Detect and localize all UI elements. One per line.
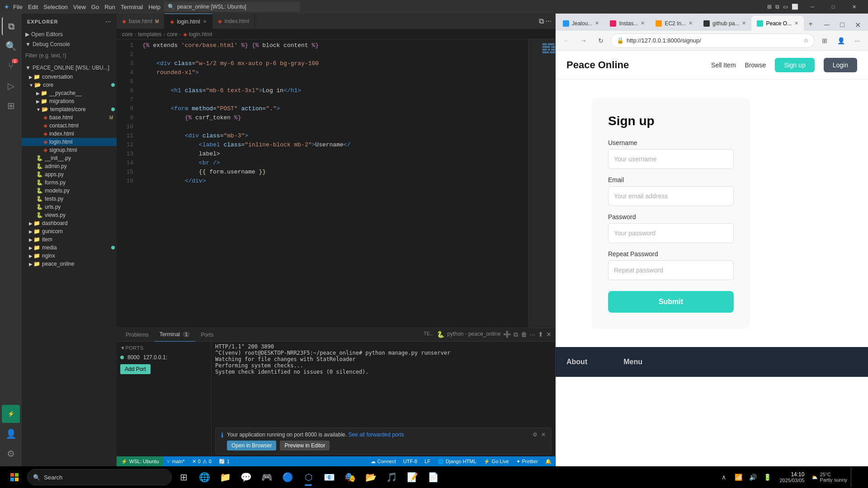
preview-in-editor-button[interactable]: Preview in Editor (280, 441, 330, 450)
profile-button[interactable]: 👤 (834, 33, 848, 48)
clock-display[interactable]: 14:10 2025/03/05 (776, 471, 808, 483)
weather-widget[interactable]: ⛅ 25°C Partly sunny (810, 472, 849, 483)
connect-button[interactable]: ☁ Connect (367, 456, 400, 466)
taskbar-notepad[interactable]: 📝 (402, 467, 422, 487)
address-bar[interactable]: 🔒 http://127.0.0.1:8000/signup/ ☆ (611, 33, 815, 48)
tree-item-gunicorn[interactable]: ▶ 📁 gunicorn (22, 227, 117, 235)
reload-button[interactable]: ↻ (594, 33, 608, 48)
tab-close-button[interactable]: ✕ (203, 19, 207, 24)
browser-tab-insta[interactable]: Instas... ✕ (604, 16, 650, 31)
terminal-output[interactable]: HTTP/1.1" 200 3890 ^C(venv) root@DESKTOP… (212, 342, 555, 426)
sidebar-more-button[interactable]: ··· (106, 19, 111, 24)
tree-item-login-html[interactable]: ◈ login.html (22, 138, 117, 146)
tree-item-contact-html[interactable]: ◈ contact.html (22, 122, 117, 130)
maximize-button[interactable]: □ (823, 0, 844, 14)
username-input[interactable] (608, 149, 734, 169)
star-icon[interactable]: ☆ (803, 37, 809, 44)
file-menu[interactable]: File (13, 4, 23, 10)
language-indicator[interactable]: 🌐 Django HTML (434, 456, 480, 466)
encoding-indicator[interactable]: UTF-8 (400, 456, 421, 466)
email-input[interactable] (608, 186, 734, 206)
notification-settings-icon[interactable]: ⚙ (533, 432, 538, 438)
new-tab-button[interactable]: + (804, 17, 817, 31)
tree-item-nginx[interactable]: ▶ 📁 nginx (22, 252, 117, 260)
explorer-activity-icon[interactable]: ⧉ (2, 17, 20, 35)
taskbar-search[interactable]: 🔍 Search (27, 469, 172, 485)
browser-close-button[interactable]: ✕ (851, 19, 864, 31)
close-button[interactable]: ✕ (844, 0, 864, 14)
tree-item-apps-py[interactable]: 🐍 apps.py (22, 170, 117, 178)
command-palette[interactable]: 🔍 peace_online [WSL: Ubuntu] (164, 2, 300, 12)
tree-item-models-py[interactable]: 🐍 models.py (22, 187, 117, 195)
taskbar-discord[interactable]: 🎭 (340, 467, 360, 487)
panel-close-icon[interactable]: ✕ (546, 331, 552, 338)
tab-close-button[interactable]: ✕ (742, 20, 746, 26)
wsl-indicator[interactable]: ⚡ WSL: Ubuntu (117, 456, 163, 466)
tree-item-admin-py[interactable]: 🐍 admin.py (22, 162, 117, 170)
browser-tab-peace[interactable]: Peace O... ✕ (751, 16, 804, 31)
project-section[interactable]: ▼ PEACE_ONLINE [WSL: UBU...] (22, 63, 117, 73)
settings-activity-icon[interactable]: ⚙ (2, 445, 20, 463)
tree-item-peace-online[interactable]: ▶ 📁 peace_online (22, 260, 117, 268)
terminal-menu[interactable]: Terminal (121, 4, 143, 10)
taskbar-spotify[interactable]: 🎵 (382, 467, 401, 487)
show-desktop-button[interactable] (851, 467, 864, 487)
tab-close-button[interactable]: ✕ (641, 20, 645, 26)
menu-bar[interactable]: File Edit Selection View Go Run Terminal… (13, 4, 160, 10)
tray-chevron[interactable]: ∧ (717, 467, 731, 487)
tree-item-tests-py[interactable]: 🐍 tests.py (22, 195, 117, 203)
tree-item-init-py[interactable]: 🐍 __init__.py (22, 154, 117, 162)
signup-nav-button[interactable]: Sign up (775, 58, 814, 72)
taskbar-files2[interactable]: 📂 (361, 467, 381, 487)
kill-terminal-icon[interactable]: 🗑 (521, 331, 527, 338)
run-menu[interactable]: Run (104, 4, 115, 10)
browse-link[interactable]: Browse (745, 61, 766, 69)
tab-problems[interactable]: Problems (120, 328, 154, 342)
search-activity-icon[interactable]: 🔍 (2, 37, 20, 55)
add-port-button[interactable]: Add Port (120, 364, 151, 374)
remote-icon[interactable]: ⚡ (2, 405, 20, 423)
submit-button[interactable]: Submit (608, 291, 734, 313)
split-editor-icon[interactable]: ⧉ (539, 17, 544, 25)
breadcrumb-core[interactable]: core (122, 31, 132, 38)
tree-item-dashboard[interactable]: ▶ 📁 dashboard (22, 219, 117, 227)
fullscreen-icon[interactable]: ⬜ (792, 4, 798, 10)
panel-maximize-icon[interactable]: ⬆ (538, 331, 543, 338)
tree-item-index-html[interactable]: ◈ index.html (22, 130, 117, 138)
sync-indicator[interactable]: 🔄 1 (215, 456, 233, 466)
go-menu[interactable]: Go (91, 4, 99, 10)
tree-item-templates-core[interactable]: ▼ 📂 templates/core (22, 105, 117, 113)
extensions-button[interactable]: ⊞ (817, 33, 832, 48)
filter-box[interactable] (22, 49, 117, 63)
notification-link[interactable]: See all forwarded ports (348, 432, 404, 438)
split-terminal-icon[interactable]: ⧉ (514, 331, 518, 338)
taskbar-pdf[interactable]: 📄 (423, 467, 443, 487)
panel-icon[interactable]: ▭ (783, 4, 788, 10)
edit-menu[interactable]: Edit (28, 4, 38, 10)
start-button[interactable] (4, 466, 25, 488)
tree-item-media[interactable]: ▶ 📁 media (22, 244, 117, 252)
tree-item-pycache[interactable]: ▶ 📁 __pycache__ (22, 89, 117, 97)
breadcrumb-core2[interactable]: core (167, 31, 177, 38)
repeat-password-input[interactable] (608, 260, 734, 280)
extensions-activity-icon[interactable]: ⊞ (2, 97, 20, 115)
tree-item-views-py[interactable]: 🐍 views.py (22, 211, 117, 219)
taskbar-files[interactable]: 📁 (215, 467, 235, 487)
add-terminal-icon[interactable]: ➕ (503, 331, 511, 338)
password-input[interactable] (608, 223, 734, 243)
more-actions-icon[interactable]: ··· (546, 17, 552, 25)
sell-item-link[interactable]: Sell Item (711, 61, 736, 69)
code-editor[interactable]: 12345 678910 1112131415 16 {% extends 'c… (117, 39, 555, 328)
minimize-button[interactable]: ─ (802, 0, 823, 14)
source-control-activity-icon[interactable]: ⑂ 1 (2, 57, 20, 75)
tree-item-core[interactable]: ▼ 📂 core (22, 81, 117, 89)
tree-item-signup-html[interactable]: ◈ signup.html (22, 146, 117, 154)
tab-close-button[interactable]: ✕ (794, 20, 798, 26)
login-nav-button[interactable]: Login (824, 58, 857, 72)
taskbar-browser[interactable]: 🌐 (194, 467, 214, 487)
tree-item-item[interactable]: ▶ 📁 item (22, 235, 117, 244)
tray-network-icon[interactable]: 📶 (731, 467, 745, 487)
notifications-button[interactable]: 🔔 (542, 456, 555, 466)
tree-item-migrations[interactable]: ▶ 📁 migrations (22, 97, 117, 105)
tab-login-html[interactable]: ◈ login.html ✕ (165, 14, 212, 29)
